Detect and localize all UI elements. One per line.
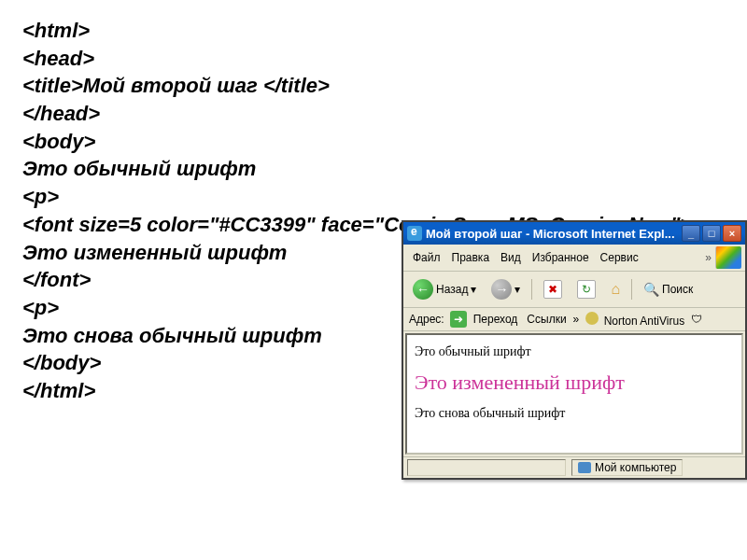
status-zone: Мой компьютер — [571, 459, 683, 476]
rendered-text-normal: Это обычный шрифт — [415, 344, 734, 359]
code-line: </head> — [22, 100, 725, 128]
address-label: Адрес: — [407, 313, 446, 326]
norton-link[interactable]: Norton AntiVirus — [583, 312, 687, 328]
browser-window: Мой второй шаг - Microsoft Internet Expl… — [402, 220, 747, 480]
search-button[interactable]: 🔍 Поиск — [638, 278, 698, 301]
refresh-icon: ↻ — [577, 280, 596, 299]
home-button[interactable]: ⌂ — [605, 277, 626, 301]
separator — [531, 279, 532, 300]
links-label[interactable]: Ссылки — [524, 313, 569, 326]
close-button[interactable]: × — [723, 225, 741, 242]
code-line: <title>Мой второй шаг </title> — [22, 72, 725, 100]
back-label: Назад — [436, 283, 468, 296]
status-text: Мой компьютер — [595, 461, 676, 474]
titlebar[interactable]: Мой второй шаг - Microsoft Internet Expl… — [403, 222, 745, 245]
windows-flag-icon — [715, 246, 741, 269]
menubar: Файл Правка Вид Избранное Сервис » — [403, 245, 745, 272]
stop-button[interactable]: ✖ — [538, 276, 568, 302]
code-line: <head> — [22, 45, 725, 73]
addressbar: Адрес: ➜ Переход Ссылки » Norton AntiVir… — [403, 308, 745, 331]
dropdown-icon: ▾ — [514, 283, 520, 296]
refresh-button[interactable]: ↻ — [571, 276, 601, 302]
back-button[interactable]: ← Назад ▾ — [407, 275, 482, 303]
window-title: Мой второй шаг - Microsoft Internet Expl… — [426, 227, 682, 241]
menu-tools[interactable]: Сервис — [595, 249, 644, 266]
forward-button[interactable]: → ▾ — [486, 275, 526, 303]
go-label[interactable]: Переход — [471, 313, 521, 326]
statusbar: Мой компьютер — [403, 456, 745, 478]
search-label: Поиск — [662, 283, 693, 296]
norton-chevron-icon[interactable]: 🛡 — [691, 313, 702, 326]
status-section — [407, 459, 566, 476]
dropdown-icon: ▾ — [471, 283, 476, 296]
back-arrow-icon: ← — [413, 279, 433, 300]
menu-file[interactable]: Файл — [407, 249, 446, 266]
menu-favorites[interactable]: Избранное — [527, 249, 595, 266]
maximize-button[interactable]: □ — [702, 225, 721, 242]
code-line: <p> — [22, 183, 725, 211]
norton-icon — [585, 312, 599, 325]
ie-icon — [407, 226, 422, 241]
code-line: <body> — [22, 128, 725, 156]
code-line: <html> — [22, 17, 725, 45]
search-icon: 🔍 — [643, 282, 659, 297]
rendered-text-normal: Это снова обычный шрифт — [415, 406, 734, 421]
browser-content: Это обычный шрифт Это измененный шрифт Э… — [405, 333, 743, 455]
go-icon[interactable]: ➜ — [450, 311, 467, 328]
rendered-text-styled: Это измененный шрифт — [415, 371, 734, 395]
toolbar: ← Назад ▾ → ▾ ✖ ↻ ⌂ 🔍 Поиск — [403, 272, 745, 308]
minimize-button[interactable]: _ — [682, 225, 700, 242]
stop-icon: ✖ — [543, 280, 562, 299]
forward-arrow-icon: → — [491, 279, 512, 300]
norton-label: Norton AntiVirus — [604, 315, 685, 328]
code-line: Это обычный шрифт — [22, 155, 725, 183]
links-chevron-icon[interactable]: » — [573, 313, 580, 326]
menu-edit[interactable]: Правка — [446, 249, 496, 266]
menu-view[interactable]: Вид — [495, 249, 527, 266]
computer-icon — [578, 462, 591, 473]
menu-overflow-icon[interactable]: » — [705, 251, 712, 264]
home-icon: ⌂ — [611, 281, 620, 298]
separator — [631, 279, 632, 300]
